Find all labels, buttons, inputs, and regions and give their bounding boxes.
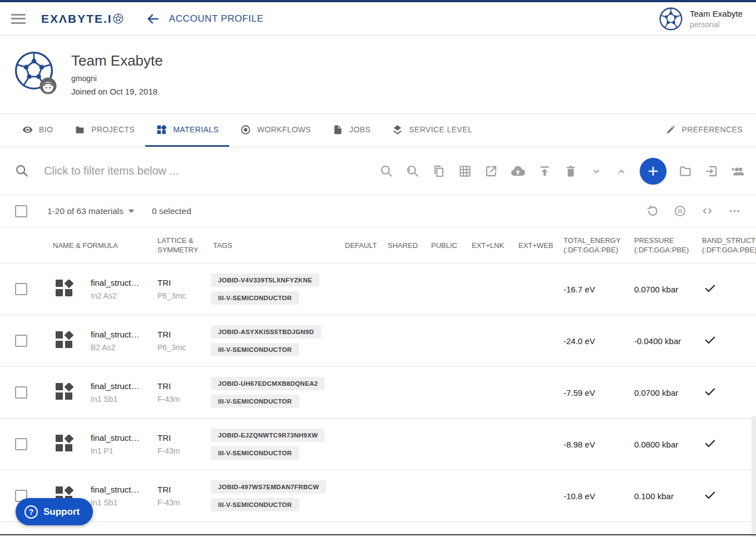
grid-icon[interactable] xyxy=(458,164,472,178)
lattice-cell: TRIF-43m xyxy=(157,470,211,521)
more-icon[interactable] xyxy=(728,204,742,218)
checkmark-icon xyxy=(704,282,756,297)
extweb-cell xyxy=(517,419,562,470)
pause-icon[interactable] xyxy=(673,204,687,218)
tab-bio[interactable]: BIO xyxy=(11,114,63,147)
upload-icon[interactable] xyxy=(537,164,552,178)
material-icon-cell xyxy=(37,263,76,315)
filter-input[interactable]: Click to filter items below ... xyxy=(44,165,179,177)
row-checkbox-cell xyxy=(0,263,37,315)
energy-cell: -24.0 eV xyxy=(562,315,633,366)
search-again-icon[interactable] xyxy=(406,164,420,178)
column-header-tags[interactable]: TAGS xyxy=(211,227,343,263)
extlnk-cell xyxy=(471,367,517,418)
refresh-icon[interactable] xyxy=(646,204,660,218)
tab-preferences[interactable]: PREFERENCES xyxy=(655,114,745,147)
soccer-ball-icon xyxy=(113,13,123,24)
add-group-icon[interactable] xyxy=(730,163,746,179)
cloud-upload-icon[interactable] xyxy=(510,163,526,179)
pagination-dropdown[interactable]: 1-20 of 63 materials xyxy=(47,206,134,216)
total-energy-value: -10.8 eV xyxy=(564,491,633,501)
back-arrow-icon[interactable] xyxy=(146,12,160,26)
column-header-band[interactable]: BAND_STRUCTURE(:DFT:GGA:PBE) xyxy=(700,227,756,263)
row-checkbox[interactable] xyxy=(15,335,27,347)
column-header-shared[interactable]: SHARED xyxy=(386,227,429,263)
vertical-scrollbar[interactable] xyxy=(752,416,756,537)
exabyte-logo[interactable]: EXΛBYTE.I xyxy=(41,12,123,26)
material-name[interactable]: final_struct… xyxy=(91,433,157,442)
energy-cell: -10.8 eV xyxy=(562,470,633,521)
table-row[interactable]: final_struct…In2 As2TRIP6_3mcJOBID-V4V33… xyxy=(0,263,756,315)
tags-cell: JOBID-497WS7EMDAN7FRBCWIII-V-SEMICONDUCT… xyxy=(211,470,343,521)
import-icon[interactable] xyxy=(704,164,719,178)
table-row[interactable]: final_struct…In1 Sb1TRIF-43mJOBID-497WS7… xyxy=(0,470,756,522)
material-name[interactable]: final_struct… xyxy=(91,330,157,339)
tag-chip: III-V-SEMICONDUCTOR xyxy=(211,343,299,356)
row-checkbox[interactable] xyxy=(15,283,27,295)
add-button[interactable] xyxy=(640,158,666,185)
tag-chip: JOBID-UH67EDCMXB8DQNEA2 xyxy=(211,377,325,390)
chevron-up-icon[interactable] xyxy=(615,165,628,178)
public-cell xyxy=(429,419,471,470)
menu-icon[interactable] xyxy=(11,14,26,24)
material-formula: In1 Sb1 xyxy=(91,395,157,404)
row-checkbox-cell xyxy=(0,315,37,366)
delete-icon[interactable] xyxy=(564,164,578,178)
search-icon[interactable] xyxy=(379,164,394,178)
tab-workflows[interactable]: WORKFLOWS xyxy=(229,114,322,147)
profile-avatar xyxy=(13,50,55,91)
column-header-extweb[interactable]: EXT+WEB xyxy=(517,227,562,263)
tab-materials[interactable]: MATERIALS xyxy=(145,114,229,147)
pressure-cell: -0.0400 kbar xyxy=(633,315,700,366)
app-bar: EXΛBYTE.I ACCOUNT PROFILE xyxy=(0,2,756,36)
pressure-value: 0.0700 kbar xyxy=(634,285,700,294)
pressure-value: 0.100 kbar xyxy=(634,491,700,501)
tags-cell: JOBID-V4V339T5LXNFYZKNEIII-V-SEMICONDUCT… xyxy=(211,263,343,315)
energy-cell: -16.7 eV xyxy=(562,263,633,315)
shared-cell xyxy=(386,367,429,418)
code-icon[interactable] xyxy=(700,204,714,218)
column-header-pressure[interactable]: PRESSURE(:DFT:GGA:PBE) xyxy=(633,227,700,263)
row-checkbox[interactable] xyxy=(15,386,27,399)
column-header-lattice[interactable]: LATTICE &SYMMETRY xyxy=(157,227,211,263)
table-row[interactable]: final_struct…B2 As2TRIP6_3mcJOBID-ASYXKI… xyxy=(0,315,756,367)
pressure-cell: 0.0700 kbar xyxy=(633,263,700,315)
tag-chip: III-V-SEMICONDUCTOR xyxy=(211,498,299,511)
tab-jobs[interactable]: JOBS xyxy=(322,114,381,147)
material-icon xyxy=(56,280,76,299)
column-header-extlnk[interactable]: EXT+LNK xyxy=(471,227,517,263)
material-name[interactable]: final_struct… xyxy=(91,278,157,287)
material-icon xyxy=(56,383,76,402)
tab-service-level[interactable]: SERVICE LEVEL xyxy=(381,114,483,147)
folder-icon[interactable] xyxy=(678,164,693,178)
column-header-default[interactable]: DEFAULT xyxy=(343,227,386,263)
table-row[interactable]: final_struct…In1 Sb1TRIF-43mJOBID-UH67ED… xyxy=(0,367,756,419)
shared-cell xyxy=(386,470,429,521)
checkmark-icon xyxy=(704,385,756,400)
material-icon-cell xyxy=(37,315,76,366)
materials-table: NAME & FORMULALATTICE &SYMMETRYTAGSDEFAU… xyxy=(0,227,756,537)
table-row[interactable]: final_struct…In1 P1TRIF-43mJOBID-EJZQNWT… xyxy=(0,419,756,470)
column-header-public[interactable]: PUBLIC xyxy=(429,227,471,263)
column-header-name[interactable]: NAME & FORMULA xyxy=(37,227,157,263)
caret-down-icon xyxy=(129,210,134,213)
copy-icon[interactable] xyxy=(432,164,446,178)
extlnk-cell xyxy=(471,470,517,521)
row-checkbox[interactable] xyxy=(15,438,27,450)
tab-projects[interactable]: PROJECTS xyxy=(63,114,145,147)
user-avatar[interactable] xyxy=(659,7,683,31)
tag-chip: III-V-SEMICONDUCTOR xyxy=(211,446,299,460)
open-in-new-icon[interactable] xyxy=(484,164,498,178)
select-all-checkbox[interactable] xyxy=(15,205,27,217)
folder-icon xyxy=(74,124,86,136)
window-bottom-edge xyxy=(0,534,756,535)
energy-cell: -8.98 eV xyxy=(562,419,633,470)
column-header-select[interactable] xyxy=(0,227,37,263)
material-name[interactable]: final_struct… xyxy=(91,381,157,391)
material-name[interactable]: final_struct… xyxy=(91,485,157,494)
chevron-down-icon[interactable] xyxy=(590,165,603,178)
lattice-cell: TRIF-43m xyxy=(157,367,211,418)
support-button[interactable]: ? Support xyxy=(16,498,93,525)
public-cell xyxy=(429,367,471,418)
column-header-energy[interactable]: TOTAL_ENERGY(:DFT:GGA:PBE) xyxy=(562,227,633,263)
